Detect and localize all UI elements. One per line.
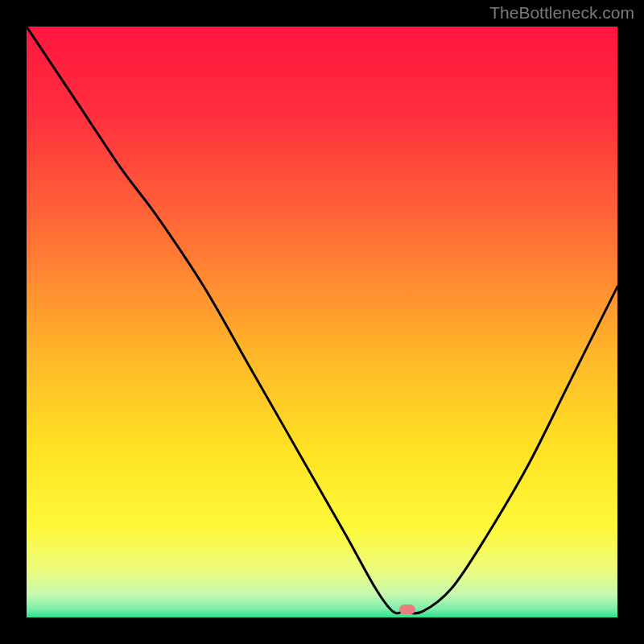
gradient-background: [27, 27, 617, 617]
chart-container: TheBottleneck.com: [0, 0, 644, 644]
optimum-marker: [399, 605, 415, 614]
chart-svg: [27, 27, 617, 617]
watermark-text: TheBottleneck.com: [489, 3, 634, 23]
plot-area: [27, 27, 617, 617]
